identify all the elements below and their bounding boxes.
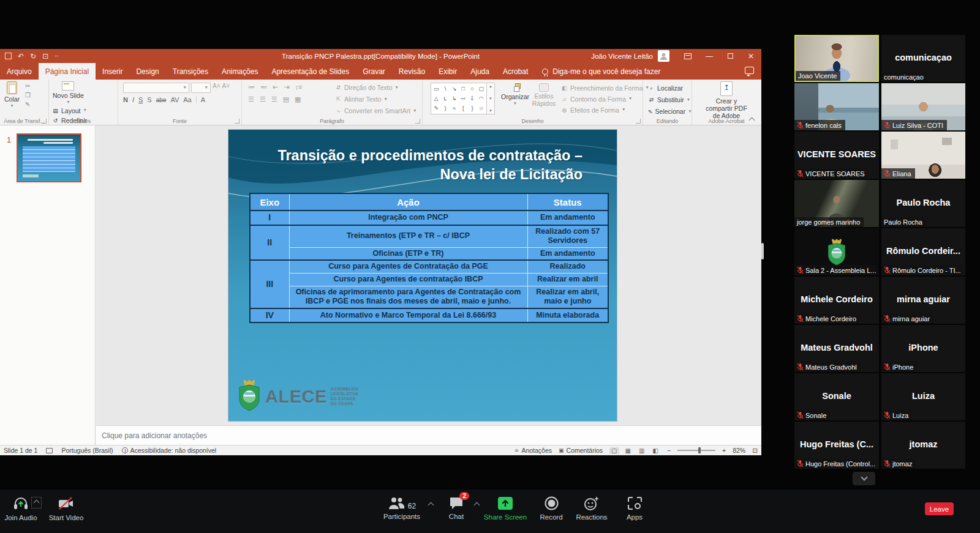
shape-icon[interactable]: ≈: [453, 105, 456, 111]
ribbon-tab-página-inicial[interactable]: Página Inicial: [39, 63, 96, 80]
tell-me-search[interactable]: Diga-me o que você deseja fazer: [535, 63, 668, 80]
participants-button[interactable]: 62 Participants: [374, 496, 429, 520]
shapes-gallery-scroll[interactable]: ▲▼▼: [487, 83, 495, 114]
paragraph-dialog-launcher[interactable]: [415, 119, 420, 124]
zoom-slider-thumb[interactable]: [698, 447, 701, 453]
ribbon-tab-exibir[interactable]: Exibir: [432, 63, 464, 80]
participant-tile[interactable]: jtomaz jtomaz: [881, 422, 965, 469]
layout-button[interactable]: ▤Layout▼: [52, 106, 87, 116]
arrange-button[interactable]: Organizar▼: [501, 83, 529, 106]
participant-tile[interactable]: fenelon cals: [794, 83, 879, 130]
spellcheck-icon[interactable]: [46, 448, 53, 453]
find-button[interactable]: ⌕Localizar: [648, 83, 692, 93]
copy-icon[interactable]: ❐: [25, 92, 31, 99]
create-pdf-button[interactable]: Crear y compartir PDF de Adobe: [703, 81, 750, 119]
participant-tile[interactable]: Michele Cordeiro Michele Cordeiro: [794, 277, 879, 324]
shape-icon[interactable]: □: [462, 86, 465, 92]
text-direction-button[interactable]: ⇵Direção do Texto▼: [335, 83, 417, 92]
shape-icon[interactable]: ▭: [434, 86, 439, 92]
participant-tile[interactable]: Eliana: [881, 132, 965, 179]
clipboard-dialog-launcher[interactable]: [42, 119, 47, 124]
account-name[interactable]: João Vicente Leitão: [591, 53, 653, 60]
shadow-button[interactable]: S: [147, 96, 151, 103]
shape-fill-button[interactable]: ◧Preenchimento da Forma▼: [561, 83, 649, 92]
italic-button[interactable]: I: [132, 96, 134, 103]
redo-icon[interactable]: ↻: [30, 53, 36, 60]
justify-icon[interactable]: ▤: [283, 95, 289, 103]
font-dialog-launcher[interactable]: [235, 119, 239, 124]
customize-qat-icon[interactable]: ⸱⸱: [55, 53, 58, 60]
notes-toggle[interactable]: ≐Anotações: [514, 447, 552, 454]
save-icon[interactable]: [5, 53, 12, 59]
slide-thumbnail[interactable]: [17, 133, 81, 182]
new-slide-button[interactable]: Novo Slide▼: [53, 81, 84, 105]
shape-icon[interactable]: ↘: [452, 86, 457, 92]
participant-tile[interactable]: comunicaçaocomunicaçao: [881, 35, 965, 82]
feedback-icon[interactable]: [745, 67, 754, 74]
slide-sorter-view-button[interactable]: ▦: [624, 447, 633, 454]
increase-indent-icon[interactable]: ⇥: [284, 83, 289, 91]
fit-slide-button[interactable]: ⊡: [752, 447, 758, 454]
scrollbar-thumb[interactable]: [761, 243, 764, 259]
participant-tile[interactable]: iPhone iPhone: [881, 325, 965, 372]
shape-icon[interactable]: }: [471, 105, 473, 111]
format-painter-icon[interactable]: ✎: [25, 101, 31, 108]
align-text-button[interactable]: ⇱Alinhar Texto▼: [335, 94, 417, 104]
shape-outline-button[interactable]: ▱Contorno da Forma▼: [561, 94, 649, 103]
align-left-icon[interactable]: ☰: [248, 95, 254, 103]
participant-tile[interactable]: Luiz Silva - COTI: [881, 83, 965, 130]
shape-icon[interactable]: ▢: [478, 86, 484, 92]
ribbon-tab-arquivo[interactable]: Arquivo: [0, 63, 39, 80]
ribbon-tab-animações[interactable]: Animações: [215, 63, 265, 80]
shape-icon[interactable]: ○: [470, 86, 473, 92]
comments-toggle[interactable]: ▣Comentários: [559, 447, 603, 454]
chat-button[interactable]: 2 Chat: [429, 496, 484, 520]
replace-button[interactable]: ⇄Substituir▼: [648, 95, 692, 105]
participant-tile[interactable]: jorge gomes marinho: [794, 180, 879, 227]
shape-icon[interactable]: ✎: [434, 105, 439, 111]
decrease-font-icon[interactable]: A˅: [222, 83, 230, 93]
more-participants-button[interactable]: [853, 472, 875, 485]
language-indicator[interactable]: Português (Brasil): [61, 447, 113, 454]
minimize-button[interactable]: —: [699, 49, 720, 63]
convert-smartart-button[interactable]: ⤷Converter em SmartArt▼: [335, 106, 417, 116]
slideshow-view-button[interactable]: ◧: [650, 447, 660, 454]
line-spacing-icon[interactable]: ↕≡: [295, 83, 302, 91]
zoom-level[interactable]: 82%: [733, 447, 745, 454]
notes-pane[interactable]: Clique para adicionar anotações: [96, 425, 761, 445]
shape-icon[interactable]: ☆: [479, 105, 484, 111]
participant-tile[interactable]: Joao Vicente: [794, 35, 879, 82]
font-color-button[interactable]: A: [196, 96, 205, 103]
select-button[interactable]: ⇖Selecionar▼: [648, 106, 692, 116]
ribbon-display-options-button[interactable]: [678, 49, 699, 63]
align-right-icon[interactable]: ☰: [271, 95, 277, 103]
zoom-out-button[interactable]: −: [667, 447, 671, 454]
character-spacing-button[interactable]: AV: [170, 96, 179, 103]
participant-tile[interactable]: Paulo RochaPaulo Rocha: [881, 180, 965, 227]
decrease-indent-icon[interactable]: ⇤: [273, 83, 278, 91]
ribbon-tab-revisão[interactable]: Revisão: [392, 63, 432, 80]
shape-icon[interactable]: \: [445, 86, 447, 92]
font-name-select[interactable]: ▼: [123, 83, 189, 93]
underline-button[interactable]: S: [138, 96, 143, 103]
participant-tile[interactable]: Rômulo Cordeir... Rômulo Cordeiro - TI..…: [881, 228, 965, 275]
shape-icon[interactable]: △: [434, 95, 439, 102]
ribbon-tab-acrobat[interactable]: Acrobat: [496, 63, 535, 80]
zoom-in-button[interactable]: +: [722, 447, 726, 454]
bold-button[interactable]: N: [123, 96, 128, 103]
cut-icon[interactable]: ✂: [25, 83, 31, 89]
zoom-slider[interactable]: [677, 450, 715, 451]
undo-icon[interactable]: ↶: [18, 53, 24, 60]
shape-icon[interactable]: ): [444, 105, 446, 111]
participant-tile[interactable]: Sala 2 - Assembleia L...: [794, 228, 879, 275]
strikethrough-button[interactable]: abe: [156, 97, 167, 103]
leave-button[interactable]: Leave: [925, 502, 954, 515]
participant-tile[interactable]: Luiza Luiza: [881, 373, 965, 420]
ribbon-tab-gravar[interactable]: Gravar: [356, 63, 392, 80]
ribbon-tab-transições[interactable]: Transições: [166, 63, 215, 80]
start-video-button[interactable]: Start Video: [39, 496, 94, 521]
shape-icon[interactable]: L: [443, 95, 447, 102]
start-presentation-icon[interactable]: ⊡: [42, 53, 48, 60]
numbering-icon[interactable]: ≕: [260, 83, 267, 91]
ribbon-tab-design[interactable]: Design: [129, 63, 165, 80]
